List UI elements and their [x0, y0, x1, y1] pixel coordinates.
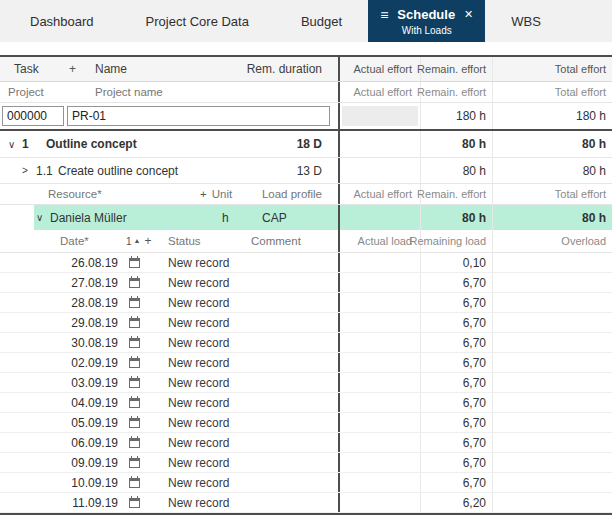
- calendar-icon[interactable]: [129, 258, 140, 268]
- calendar-icon[interactable]: [129, 298, 140, 308]
- sort-control[interactable]: 1 ▲ +: [122, 234, 152, 248]
- load-date-value[interactable]: 06.09.19: [0, 436, 122, 450]
- load-date-value[interactable]: 27.08.19: [0, 276, 122, 290]
- remaining-load-value[interactable]: 6,70: [420, 373, 492, 392]
- load-row[interactable]: 29.08.19 New record 6,70: [0, 313, 612, 333]
- project-remain-effort-value: 180 h: [420, 103, 492, 129]
- actual-load-cell[interactable]: [340, 413, 420, 432]
- tab-dashboard[interactable]: Dashboard: [4, 0, 120, 42]
- calendar-icon[interactable]: [129, 378, 140, 388]
- load-row[interactable]: 06.09.19 New record 6,70: [0, 433, 612, 453]
- actual-load-cell[interactable]: [340, 353, 420, 372]
- remaining-load-value[interactable]: 6,70: [420, 293, 492, 312]
- load-status-value: New record: [152, 476, 247, 490]
- project-header-row: Project Project name Actual effort Remai…: [0, 82, 612, 103]
- actual-load-cell[interactable]: [340, 273, 420, 292]
- calendar-icon[interactable]: [129, 358, 140, 368]
- load-row[interactable]: 26.08.19 New record 0,10: [0, 253, 612, 273]
- actual-load-cell[interactable]: [340, 473, 420, 492]
- remaining-load-value[interactable]: 6,70: [420, 313, 492, 332]
- remain-effort-column-label: Remain. effort: [420, 57, 492, 81]
- task-remain-effort: 80 h: [420, 131, 492, 157]
- task-rem-duration: 18 D: [233, 137, 338, 151]
- actual-load-cell[interactable]: [340, 433, 420, 452]
- tab-budget[interactable]: Budget: [275, 0, 368, 42]
- load-date-value[interactable]: 03.09.19: [0, 376, 122, 390]
- menu-icon[interactable]: ≡: [380, 7, 388, 23]
- load-date-value[interactable]: 28.08.19: [0, 296, 122, 310]
- remaining-load-value[interactable]: 6,70: [420, 333, 492, 352]
- load-row[interactable]: 09.09.19 New record 6,70: [0, 453, 612, 473]
- load-row[interactable]: 30.08.19 New record 6,70: [0, 333, 612, 353]
- calendar-icon[interactable]: [129, 458, 140, 468]
- resource-row-selected[interactable]: ∨ Daniela Müller h CAP 80 h 80 h: [0, 205, 612, 230]
- load-date-value[interactable]: 02.09.19: [0, 356, 122, 370]
- actual-load-cell[interactable]: [340, 333, 420, 352]
- resource-load-profile: CAP: [248, 211, 338, 225]
- project-total-effort-label: Total effort: [492, 82, 612, 102]
- calendar-icon[interactable]: [129, 478, 140, 488]
- remaining-load-value[interactable]: 0,10: [420, 253, 492, 272]
- task-column-label: Task: [14, 62, 39, 76]
- add-resource-icon[interactable]: +: [200, 188, 207, 200]
- load-row[interactable]: 10.09.19 New record 6,70: [0, 473, 612, 493]
- project-id-input[interactable]: [2, 106, 64, 126]
- load-row[interactable]: 28.08.19 New record 6,70: [0, 293, 612, 313]
- task-name: Create outline concept: [58, 164, 233, 178]
- actual-load-cell[interactable]: [340, 313, 420, 332]
- tab-schedule-active[interactable]: ≡ Schedule ✕ With Loads: [368, 0, 485, 42]
- load-row[interactable]: 04.09.19 New record 6,70: [0, 393, 612, 413]
- load-date-value[interactable]: 10.09.19: [0, 476, 122, 490]
- calendar-icon[interactable]: [129, 318, 140, 328]
- calendar-icon[interactable]: [129, 498, 140, 508]
- load-row[interactable]: 02.09.19 New record 6,70: [0, 353, 612, 373]
- calendar-icon[interactable]: [129, 398, 140, 408]
- load-row[interactable]: 27.08.19 New record 6,70: [0, 273, 612, 293]
- tab-project-core-data[interactable]: Project Core Data: [120, 0, 275, 42]
- load-date-value[interactable]: 29.08.19: [0, 316, 122, 330]
- remaining-load-value[interactable]: 6,70: [420, 433, 492, 452]
- actual-load-cell[interactable]: [340, 253, 420, 272]
- load-date-value[interactable]: 05.09.19: [0, 416, 122, 430]
- close-tab-icon[interactable]: ✕: [464, 8, 473, 21]
- schedule-table: Task + Name Rem. duration Actual effort …: [0, 55, 612, 515]
- load-row[interactable]: 03.09.19 New record 6,70: [0, 373, 612, 393]
- load-date-value[interactable]: 04.09.19: [0, 396, 122, 410]
- remaining-load-value[interactable]: 6,70: [420, 273, 492, 292]
- actual-load-cell[interactable]: [340, 293, 420, 312]
- remaining-load-value[interactable]: 6,20: [420, 493, 492, 512]
- calendar-icon[interactable]: [129, 418, 140, 428]
- calendar-icon[interactable]: [129, 338, 140, 348]
- actual-effort-column-label: Actual effort: [340, 57, 420, 81]
- task-row-1-1[interactable]: > 1.1 Create outline concept 13 D 80 h 8…: [0, 158, 612, 184]
- load-date-value[interactable]: 11.09.19: [0, 496, 122, 510]
- load-row[interactable]: 05.09.19 New record 6,70: [0, 413, 612, 433]
- actual-load-cell[interactable]: [340, 393, 420, 412]
- collapse-task-icon[interactable]: ∨: [8, 139, 22, 150]
- tab-budget-label: Budget: [301, 14, 342, 29]
- project-name-input[interactable]: [67, 106, 330, 126]
- task-actual-effort: [340, 131, 420, 157]
- calendar-icon[interactable]: [129, 278, 140, 288]
- remaining-load-value[interactable]: 6,70: [420, 353, 492, 372]
- add-task-icon[interactable]: +: [69, 62, 76, 76]
- expand-task-icon[interactable]: >: [22, 165, 36, 176]
- task-remain-effort: 80 h: [420, 158, 492, 183]
- actual-load-cell[interactable]: [340, 453, 420, 472]
- add-load-record-icon[interactable]: +: [145, 234, 152, 248]
- remaining-load-value[interactable]: 6,70: [420, 473, 492, 492]
- load-date-value[interactable]: 09.09.19: [0, 456, 122, 470]
- load-row[interactable]: 11.09.19 New record 6,20: [0, 493, 612, 513]
- collapse-resource-icon[interactable]: ∨: [36, 212, 50, 223]
- actual-load-cell[interactable]: [340, 493, 420, 512]
- load-date-value[interactable]: 26.08.19: [0, 256, 122, 270]
- actual-load-cell[interactable]: [340, 373, 420, 392]
- remaining-load-value[interactable]: 6,70: [420, 413, 492, 432]
- tab-wbs[interactable]: WBS: [485, 0, 567, 42]
- calendar-icon[interactable]: [129, 438, 140, 448]
- load-date-value[interactable]: 30.08.19: [0, 336, 122, 350]
- remaining-load-value[interactable]: 6,70: [420, 453, 492, 472]
- project-name-column-label: Project name: [88, 86, 233, 98]
- remaining-load-value[interactable]: 6,70: [420, 393, 492, 412]
- task-row-1[interactable]: ∨ 1 Outline concept 18 D 80 h 80 h: [0, 131, 612, 158]
